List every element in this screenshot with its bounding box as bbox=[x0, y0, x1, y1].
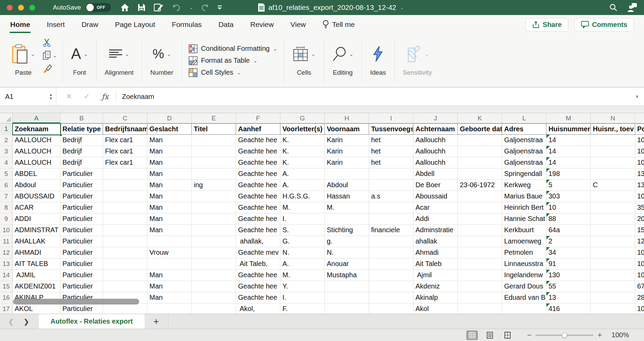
cell-C9[interactable] bbox=[103, 213, 147, 225]
cell-J14[interactable]: Ajmil bbox=[413, 270, 458, 281]
cell-D14[interactable]: Man bbox=[147, 270, 192, 281]
cell-G11[interactable]: G. bbox=[280, 236, 325, 247]
cell-L4[interactable]: Galjoenstraa bbox=[502, 157, 546, 168]
cell-M7[interactable]: 303 bbox=[546, 191, 591, 202]
cell-E1[interactable]: Titel bbox=[192, 123, 236, 135]
cell-I8[interactable] bbox=[369, 202, 413, 213]
tab-tell-me[interactable]: Tell me bbox=[323, 20, 355, 29]
cell-N12[interactable] bbox=[591, 247, 635, 258]
cell-F6[interactable]: Geachte hee bbox=[236, 180, 280, 191]
font-group-button[interactable]: A ⌄ Font bbox=[68, 37, 91, 80]
cell-H6[interactable]: Abdoul bbox=[325, 180, 369, 191]
cell-D6[interactable]: Man bbox=[147, 180, 192, 191]
cell-L6[interactable]: Kerkweg bbox=[502, 180, 546, 191]
cell-K16[interactable] bbox=[458, 292, 502, 303]
copy-button[interactable]: ⌄ bbox=[43, 50, 57, 60]
row-header-5[interactable]: 5 bbox=[0, 168, 13, 180]
cell-J6[interactable]: De Boer bbox=[413, 180, 458, 191]
cell-K1[interactable]: Geboorte dat bbox=[458, 123, 502, 135]
cell-H10[interactable]: Stichting bbox=[325, 225, 369, 236]
share-button[interactable]: Share bbox=[526, 18, 568, 31]
tab-insert[interactable]: Insert bbox=[47, 20, 65, 29]
cell-N6[interactable]: C bbox=[591, 180, 635, 191]
cell-K10[interactable] bbox=[458, 225, 502, 236]
cut-button[interactable] bbox=[43, 38, 57, 47]
cell-F17[interactable]: Akol, bbox=[236, 303, 280, 314]
previous-sheet-icon[interactable]: ❮ bbox=[8, 317, 14, 326]
cell-L9[interactable]: Hannie Schat bbox=[502, 213, 546, 225]
cell-G14[interactable]: M. bbox=[280, 270, 325, 281]
cell-A15[interactable]: AKDENIZ001 bbox=[13, 281, 60, 292]
cell-F5[interactable]: Geachte hee bbox=[236, 168, 280, 180]
row-header-4[interactable]: 4 bbox=[0, 157, 13, 168]
cell-E11[interactable] bbox=[192, 236, 236, 247]
cell-B5[interactable]: Particulier bbox=[60, 168, 103, 180]
cell-I11[interactable] bbox=[369, 236, 413, 247]
cell-B2[interactable]: Bedrijf bbox=[60, 135, 103, 146]
undo-dropdown-icon[interactable]: ⌄ bbox=[189, 5, 193, 10]
cell-G2[interactable]: K. bbox=[280, 135, 325, 146]
paste-dropdown-icon[interactable]: ⌄ bbox=[31, 51, 35, 57]
cell-E4[interactable] bbox=[192, 157, 236, 168]
tab-formulas[interactable]: Formulas bbox=[172, 20, 202, 29]
page-layout-view-button[interactable] bbox=[484, 330, 496, 340]
cell-I3[interactable]: het bbox=[369, 146, 413, 157]
cell-G8[interactable]: M. bbox=[280, 202, 325, 213]
cell-I9[interactable] bbox=[369, 213, 413, 225]
row-header-3[interactable]: 3 bbox=[0, 146, 13, 157]
cell-J10[interactable]: Adminstratie bbox=[413, 225, 458, 236]
cell-I15[interactable] bbox=[369, 281, 413, 292]
cell-I7[interactable]: a.s bbox=[369, 191, 413, 202]
cell-A5[interactable]: ABDEL bbox=[13, 168, 60, 180]
cell-H5[interactable] bbox=[325, 168, 369, 180]
cell-I12[interactable] bbox=[369, 247, 413, 258]
row-header-1[interactable]: 1 bbox=[0, 123, 13, 135]
cell-B17[interactable]: Particulier bbox=[60, 303, 103, 314]
cell-J15[interactable]: Akdeniz bbox=[413, 281, 458, 292]
sensitivity-button[interactable]: ⌄ Sensitivity bbox=[400, 37, 435, 80]
cell-N1[interactable]: Huisnr., toev bbox=[591, 123, 635, 135]
cell-L15[interactable]: Gerard Dous bbox=[502, 281, 546, 292]
normal-view-button[interactable] bbox=[466, 330, 478, 340]
cell-L17[interactable] bbox=[502, 303, 546, 314]
cell-L14[interactable]: Ingelandenw bbox=[502, 270, 546, 281]
cell-M15[interactable]: 55 bbox=[546, 281, 591, 292]
cell-O6[interactable]: 13 bbox=[635, 180, 644, 191]
cell-B8[interactable]: Particulier bbox=[60, 202, 103, 213]
cell-J13[interactable]: Ait Taleb bbox=[413, 258, 458, 270]
tab-view[interactable]: View bbox=[291, 20, 306, 29]
cell-M16[interactable]: 13 bbox=[546, 292, 591, 303]
cell-O17[interactable]: 10 bbox=[635, 303, 644, 314]
cell-A8[interactable]: ACAR bbox=[13, 202, 60, 213]
cell-F12[interactable]: Geachte mev bbox=[236, 247, 280, 258]
cell-H16[interactable] bbox=[325, 292, 369, 303]
ideas-button[interactable]: Ideas bbox=[367, 37, 389, 80]
cell-H8[interactable]: M. bbox=[325, 202, 369, 213]
zoom-in-button[interactable]: + bbox=[598, 331, 602, 339]
cancel-icon[interactable]: ✕ bbox=[66, 92, 72, 101]
cell-N17[interactable] bbox=[591, 303, 635, 314]
cell-K2[interactable] bbox=[458, 135, 502, 146]
tab-data[interactable]: Data bbox=[218, 20, 233, 29]
row-header-2[interactable]: 2 bbox=[0, 135, 13, 146]
cell-I10[interactable]: financiele bbox=[369, 225, 413, 236]
cell-O4[interactable]: 10 bbox=[635, 157, 644, 168]
cell-C2[interactable]: Flex car1 bbox=[103, 135, 147, 146]
cell-K8[interactable] bbox=[458, 202, 502, 213]
cell-H4[interactable]: Karin bbox=[325, 157, 369, 168]
cell-K13[interactable] bbox=[458, 258, 502, 270]
cell-B10[interactable]: Particulier bbox=[60, 225, 103, 236]
cell-C1[interactable]: Bedrijfsnaam bbox=[103, 123, 147, 135]
cell-C8[interactable] bbox=[103, 202, 147, 213]
cell-J8[interactable]: Acar bbox=[413, 202, 458, 213]
cell-J3[interactable]: Aallouchh bbox=[413, 146, 458, 157]
row-header-10[interactable]: 10 bbox=[0, 225, 13, 236]
column-header-L[interactable]: L bbox=[502, 113, 546, 123]
column-header-M[interactable]: M bbox=[546, 113, 591, 123]
cell-N4[interactable] bbox=[591, 157, 635, 168]
cell-O10[interactable]: 15 bbox=[635, 225, 644, 236]
formula-input[interactable]: Zoeknaam bbox=[116, 88, 635, 105]
cell-F4[interactable]: Geachte hee bbox=[236, 157, 280, 168]
row-header-14[interactable]: 14 bbox=[0, 270, 13, 281]
cell-M6[interactable]: 5 bbox=[546, 180, 591, 191]
